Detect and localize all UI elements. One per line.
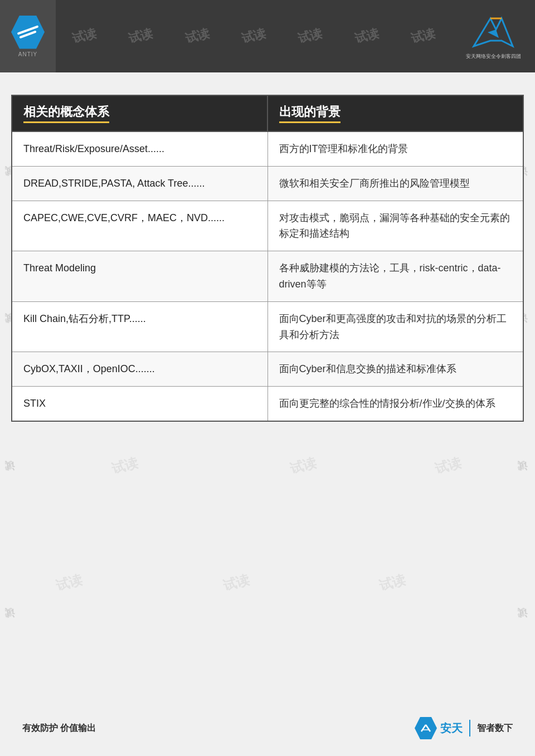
table-cell-left-0: Threat/Risk/Exposure/Asset...... [12,131,268,166]
col2-header-text: 出现的背景 [279,104,341,123]
body-wm-11: 试读 [110,453,140,477]
body-wm-15: 试读 [221,570,252,594]
footer-hex-icon [415,717,437,739]
table-cell-right-4: 面向Cyber和更高强度的攻击和对抗的场景的分析工具和分析方法 [268,301,523,352]
col2-header: 出现的背景 [268,95,523,131]
watermark-6: 试读 [353,25,381,47]
col1-header-text: 相关的概念体系 [23,104,109,123]
table-row: STIX面向更完整的综合性的情报分析/作业/交换的体系 [12,387,523,421]
logo-hexagon [11,16,45,49]
header: ANTIY 试读 试读 试读 试读 试读 试读 试读 安天网络安全令刺客四团 [0,0,535,72]
table-cell-right-6: 面向更完整的综合性的情报分析/作业/交换的体系 [268,387,523,421]
table-row: Kill Chain,钻石分析,TTP......面向Cyber和更高强度的攻击… [12,301,523,352]
table-cell-left-6: STIX [12,387,268,421]
body-wm-16: 试读 [377,570,408,594]
svg-line-3 [421,725,426,731]
body-wm-12: 试读 [288,453,319,477]
table-row: Threat Modeling各种威胁建模的方法论，工具，risk-centri… [12,251,523,302]
watermark-1: 试读 [70,25,98,47]
watermark-5: 试读 [296,25,324,47]
watermark-4: 试读 [240,25,268,47]
table-cell-left-1: DREAD,STRIDE,PASTA, Attack Tree...... [12,166,268,201]
col1-header: 相关的概念体系 [12,95,268,131]
header-right-logo-text: 安天网络安全令刺客四团 [466,53,521,60]
footer-logo: 安天 智者数下 [415,717,513,739]
header-watermarks: 试读 试读 试读 试读 试读 试读 试读 [56,0,451,72]
table-cell-left-4: Kill Chain,钻石分析,TTP...... [12,301,268,352]
watermark-2: 试读 [127,25,154,47]
table-cell-right-3: 各种威胁建模的方法论，工具，risk-centric，data-driven等等 [268,251,523,302]
table-cell-left-3: Threat Modeling [12,251,268,302]
header-right-logo: 安天网络安全令刺客四团 [457,6,529,67]
footer: 有效防护 价值输出 安天 智者数下 [0,717,535,739]
main-content: 试读 试读 试读 试读 试读 试读 试读 试读 试读 试读 试读 试读 试读 试… [11,95,524,422]
logo-label: ANTIY [18,51,37,57]
header-right-logo-icon [471,13,515,52]
table-cell-right-0: 西方的IT管理和标准化的背景 [268,131,523,166]
footer-logo-label: 安天 [440,721,463,736]
watermark-7: 试读 [409,25,437,47]
watermark-3: 试读 [183,25,211,47]
table-row: CybOX,TAXII，OpenIOC.......面向Cyber和信息交换的描… [12,352,523,387]
concept-table: 相关的概念体系 出现的背景 Threat/Risk/Exposure/Asset… [11,95,524,422]
svg-marker-1 [488,30,499,38]
footer-slogan: 智者数下 [477,723,513,734]
table-row: DREAD,STRIDE,PASTA, Attack Tree......微软和… [12,166,523,201]
table-cell-left-2: CAPEC,CWE,CVE,CVRF，MAEC，NVD...... [12,201,268,251]
svg-line-4 [426,725,430,731]
logo-lines [17,21,39,43]
table-row: CAPEC,CWE,CVE,CVRF，MAEC，NVD......对攻击模式，脆… [12,201,523,251]
table-cell-right-1: 微软和相关安全厂商所推出的风险管理模型 [268,166,523,201]
table-cell-right-2: 对攻击模式，脆弱点，漏洞等各种基础的安全元素的标定和描述结构 [268,201,523,251]
logo-box: ANTIY [0,0,56,72]
body-wm-13: 试读 [433,453,464,477]
footer-left-text: 有效防护 价值输出 [22,723,96,734]
body-wm-14: 试读 [54,570,85,594]
table-cell-right-5: 面向Cyber和信息交换的描述和标准体系 [268,352,523,387]
table-cell-left-5: CybOX,TAXII，OpenIOC....... [12,352,268,387]
footer-divider [469,720,470,737]
table-row: Threat/Risk/Exposure/Asset......西方的IT管理和… [12,131,523,166]
footer-right: 安天 智者数下 [415,717,513,739]
